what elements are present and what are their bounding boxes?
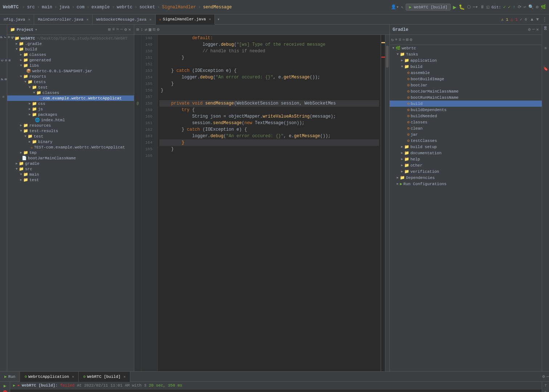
vcs-icon[interactable]: 👤▾ xyxy=(391,4,399,10)
gradle-dependencies[interactable]: ▶ 📁 Dependencies xyxy=(390,175,542,181)
gradle-bootrunmain[interactable]: ⚙ bootRunMainClassName xyxy=(390,94,542,101)
gradle-build-task[interactable]: ⚙ build xyxy=(390,101,542,107)
tree-build[interactable]: ▼ 📁 build xyxy=(7,46,134,52)
pause-button[interactable]: ⏸ xyxy=(480,4,484,10)
gradle-builddependents[interactable]: ⚙ buildDependents xyxy=(390,107,542,113)
more-run-options[interactable]: ⋯▾ xyxy=(473,4,478,10)
tree-packages[interactable]: ▶ 📁 packages xyxy=(7,112,134,117)
gradle-documentation[interactable]: ▶ 📁 documentation xyxy=(390,150,542,156)
toolbar-icon3[interactable]: ⇄ xyxy=(144,27,147,32)
run-ctrl-play[interactable]: ▶ xyxy=(4,383,6,389)
tree-js[interactable]: ▶ 📁 js xyxy=(7,106,134,112)
more-tabs-btn[interactable]: ▾ xyxy=(215,17,222,22)
tree-index-html[interactable]: 🌐 index.html xyxy=(7,117,134,123)
panel-filter-icon[interactable]: ≈ xyxy=(116,27,119,32)
gradle-assemble[interactable]: ⚙ assemble xyxy=(390,70,542,76)
breadcrumb-signal[interactable]: SignalHandler xyxy=(162,5,196,10)
tree-selected-java[interactable]: ☕ com.example.webrtc.WebrtcApplicat xyxy=(7,95,134,101)
right-structure-icon[interactable]: ≡ xyxy=(544,46,547,50)
run-button[interactable]: ▶ xyxy=(453,4,456,11)
gradle-tb-icon3[interactable]: ≡ xyxy=(398,37,401,42)
nav-up[interactable]: ▲ xyxy=(529,17,535,22)
tree-resources[interactable]: ▶ 📁 resources xyxy=(7,123,134,128)
gradle-settings-icon[interactable]: ⚙ xyxy=(528,27,530,32)
breadcrumb-method[interactable]: sendMessage xyxy=(203,5,232,10)
tree-test-results[interactable]: ▼ 📁 test-results xyxy=(7,128,134,134)
tree-test-inner[interactable]: ▼ 📁 test xyxy=(7,85,134,90)
right-database-icon[interactable]: DB xyxy=(544,26,548,30)
undo-button[interactable]: ↩ xyxy=(524,4,526,10)
gradle-run-configs[interactable]: ▶ ▶ Run Configurations xyxy=(390,181,542,187)
gradle-tb-icon5[interactable]: ⊞ xyxy=(406,37,409,42)
toolbar-icon4[interactable]: ▦ xyxy=(149,27,151,32)
tree-classes-test[interactable]: ▼ 📁 classes xyxy=(7,90,134,95)
git-history[interactable]: ⟳ xyxy=(518,4,521,10)
tab-settings[interactable]: ⋮ xyxy=(540,17,549,22)
tab-webrtcapp-close[interactable]: ✕ xyxy=(72,375,74,379)
tree-binary[interactable]: ▶ 📁 binary xyxy=(7,139,134,144)
gradle-webrtc-root[interactable]: ▼ 🌿 webrtc xyxy=(390,45,542,51)
gradle-build-folder[interactable]: ▼ 📁 build xyxy=(390,64,542,70)
code-content[interactable]: default: logger.debug("[ws] Type of the … xyxy=(158,35,381,371)
pull-requests-icon[interactable]: PR xyxy=(1,76,7,82)
gradle-jar[interactable]: ⚙ jar xyxy=(390,131,542,138)
breadcrumb-src[interactable]: src xyxy=(27,5,35,10)
run-output[interactable]: FAILURE: Build failed with an exception.… xyxy=(10,389,542,392)
debug-button[interactable]: 🐛 xyxy=(459,4,465,10)
tab-mc-close[interactable]: ✕ xyxy=(86,17,89,22)
right-bookmark-icon[interactable]: 🔖 xyxy=(543,66,548,71)
tree-libs[interactable]: ▼ 📁 libs xyxy=(7,63,134,68)
breadcrumb-example[interactable]: example xyxy=(91,5,110,10)
gradle-help[interactable]: ▶ 📁 help xyxy=(390,156,542,162)
gradle-other[interactable]: ▶ 📁 other xyxy=(390,162,542,168)
structure-icon-left[interactable]: ≡ xyxy=(1,95,7,101)
gradle-testclasses[interactable]: ⚙ testClasses xyxy=(390,138,542,144)
toolbar-icon6[interactable]: ⚙ xyxy=(157,27,159,32)
tree-reports[interactable]: ▼ 📁 reports xyxy=(7,74,134,79)
search-button-top[interactable]: 🔍 xyxy=(528,4,534,10)
tab-main-controller[interactable]: MainController.java ✕ xyxy=(34,15,92,25)
gradle-tb-icon2[interactable]: + xyxy=(395,37,397,42)
gradle-verification[interactable]: ▶ 📁 verification xyxy=(390,168,542,175)
tree-gradle-hidden[interactable]: ▶ 📁 .gradle xyxy=(7,41,134,46)
gradle-tb-icon6[interactable]: ⚙ xyxy=(410,37,412,42)
run-config-selector[interactable]: ▶ WebRTC [build] xyxy=(406,4,451,11)
gradle-minimize-icon[interactable]: — xyxy=(532,27,535,32)
gradle-build-setup[interactable]: ▶ 📁 build setup xyxy=(390,144,542,150)
scroll-to-start-icon[interactable]: ⊤ xyxy=(544,383,546,388)
gradle-tb-icon4[interactable]: ≈ xyxy=(402,37,405,42)
panel-layout-icon[interactable]: ⊞ xyxy=(108,27,111,32)
commit-icon-top[interactable]: ◱ xyxy=(487,4,489,10)
gradle-bootjarmain[interactable]: ⚙ bootJarMainClassName xyxy=(390,88,542,94)
tab-config-close[interactable]: ✕ xyxy=(28,17,30,22)
project-dropdown[interactable]: ▾ xyxy=(35,27,37,32)
tree-bootjar[interactable]: 📄 bootJarMainClassName xyxy=(7,155,134,161)
top-right-leaf[interactable]: 🌿 xyxy=(541,4,546,10)
tab-config[interactable]: nfig.java ✕ xyxy=(0,15,34,25)
breadcrumb-main[interactable]: main xyxy=(42,5,52,10)
gradle-tasks[interactable]: ▼ 📁 Tasks xyxy=(390,51,542,57)
tree-test-java[interactable]: ☕ TEST-com.example.webrtc.WebrtcApplicat xyxy=(7,144,134,150)
settings-button-top[interactable]: ⚙ xyxy=(536,4,538,10)
editor-scrollbar[interactable] xyxy=(385,35,389,371)
tree-tmp[interactable]: ▶ 📁 tmp xyxy=(7,150,134,155)
tab-run-left[interactable]: ▶ Run xyxy=(0,372,20,382)
tab-sh-close[interactable]: ✕ xyxy=(209,17,211,21)
gradle-classes[interactable]: ⚙ classes xyxy=(390,119,542,125)
tree-src-main[interactable]: ▼ 📁 main xyxy=(7,172,134,177)
toolbar-icon2[interactable]: ↕ xyxy=(140,27,143,32)
project-icon[interactable]: Proj xyxy=(0,26,7,48)
scroll-filter-icon[interactable]: ≡ xyxy=(544,391,546,392)
gradle-clean[interactable]: ⚙ clean xyxy=(390,125,542,131)
gradle-close-icon[interactable]: ✕ xyxy=(536,27,539,32)
tree-src[interactable]: ▼ 📁 src xyxy=(7,166,134,172)
breadcrumb-com[interactable]: com xyxy=(77,5,85,10)
tab-wsm-close[interactable]: ✕ xyxy=(149,17,152,22)
bottom-tab-minimize[interactable]: — xyxy=(546,374,549,379)
tree-classes-build[interactable]: ▶ 📁 classes xyxy=(7,52,134,57)
breadcrumb-webrtc[interactable]: webrtc xyxy=(117,5,132,10)
tree-test-in-results[interactable]: ▼ 📁 test xyxy=(7,134,134,139)
tab-run-config-bottom[interactable]: ⚙ WebrtcApplication ✕ xyxy=(20,372,79,382)
breadcrumb-java[interactable]: java xyxy=(59,5,70,10)
toolbar-icon1[interactable]: ⊞ xyxy=(136,27,139,32)
